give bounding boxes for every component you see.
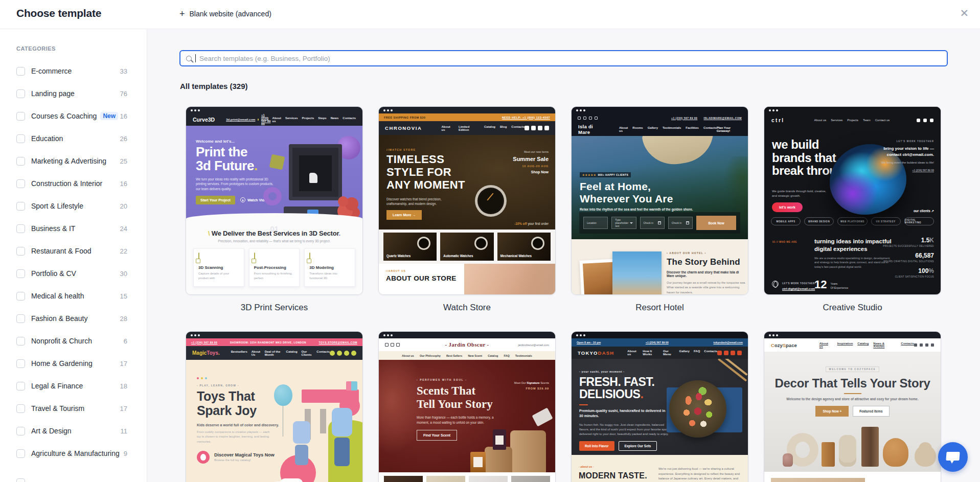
template-card-sushi[interactable]: Open 8 am - 10 pm +1 (234) 567 89 00 tok… bbox=[571, 331, 748, 482]
checkbox[interactable] bbox=[16, 224, 25, 233]
search-input[interactable] bbox=[199, 55, 941, 62]
browser-dots bbox=[186, 332, 362, 338]
close-icon[interactable]: ✕ bbox=[960, 7, 969, 19]
preview-hero: WELCOME TO COZYSPACE Decor That Tells Yo… bbox=[764, 352, 941, 472]
perfume-bottle bbox=[470, 452, 486, 472]
wolf-figurine bbox=[309, 173, 317, 183]
twitter-icon bbox=[344, 351, 349, 356]
template-card-magic-toys[interactable]: +1 (234) 567 89 00 SHOWROOM: 3254 RANDMO… bbox=[186, 331, 363, 482]
balloon-shape bbox=[274, 384, 292, 406]
umbrella-shape bbox=[641, 136, 718, 170]
category-legal-finance[interactable]: Legal & Finance18 bbox=[16, 375, 147, 397]
checkbox[interactable] bbox=[16, 179, 25, 188]
topbar: Open 8 am - 10 pm +1 (234) 567 89 00 tok… bbox=[572, 338, 748, 347]
category-count: 22 bbox=[120, 247, 127, 255]
category-tiles: Quartz Watches Automatic Watches Mechani… bbox=[379, 229, 555, 264]
template-card-3d-print[interactable]: Curve3D 3d.print@email.com+1 (234) 567 8… bbox=[186, 106, 363, 331]
category-courses-coaching[interactable]: Courses & CoachingNew16 bbox=[16, 105, 147, 127]
preview-phone: +1 (234) 567 89 00 bbox=[875, 169, 934, 172]
youtube-icon bbox=[538, 126, 542, 130]
checkbox[interactable] bbox=[16, 112, 25, 121]
checkbox[interactable] bbox=[16, 292, 25, 301]
category-business-it[interactable]: Business & IT24 bbox=[16, 217, 147, 240]
category-ecommerce[interactable]: E-commerce33 bbox=[16, 60, 147, 82]
experience-stat: 12 YearsOf Experience bbox=[814, 280, 848, 290]
template-preview: CozySpace About usInspirationCatalogNews… bbox=[764, 331, 941, 482]
category-agriculture[interactable]: Agriculture & Manufacturing9 bbox=[16, 442, 147, 465]
results-heading: All templates (329) bbox=[180, 82, 248, 90]
category-construction[interactable]: Construction & Interior16 bbox=[16, 172, 147, 195]
checkbox[interactable] bbox=[16, 134, 25, 143]
category-nonprofit-church[interactable]: Nonprofit & Church6 bbox=[16, 330, 147, 352]
template-card-decor[interactable]: CozySpace About usInspirationCatalogNews… bbox=[764, 331, 941, 482]
checkbox[interactable] bbox=[16, 67, 25, 76]
stats-column: 1.5K PROJECTS SUCCESSFULLY DELIVERED 66,… bbox=[883, 237, 934, 283]
template-card-resort-hotel[interactable]: +1 (234) 567 89 00ISLADIMARE@EMAIL.COM I… bbox=[571, 106, 748, 331]
instagram-icon bbox=[589, 117, 592, 120]
checkbox[interactable] bbox=[16, 359, 25, 368]
scan-icon bbox=[198, 253, 199, 262]
category-education[interactable]: Education26 bbox=[16, 127, 147, 150]
category-medical-health[interactable]: Medical & health15 bbox=[16, 285, 147, 307]
checkbox[interactable] bbox=[16, 449, 25, 458]
template-card-perfume[interactable]: - Jardin Obscur - jardinobscur@email.com… bbox=[378, 331, 556, 482]
category-label: Restaurant & Food bbox=[31, 247, 92, 255]
template-card-creative-studio[interactable]: ctrl About usServicesProjectsTeamContact… bbox=[764, 106, 941, 331]
category-label: Business & IT bbox=[31, 224, 75, 233]
category-travel-tourism[interactable]: Travel & Tourism17 bbox=[16, 397, 147, 420]
category-marketing[interactable]: Marketing & Advertising25 bbox=[16, 150, 147, 172]
template-title: Resort Hotel bbox=[571, 295, 748, 331]
category-label: Construction & Interior bbox=[31, 179, 102, 188]
checkbox[interactable] bbox=[16, 404, 25, 413]
hero-cta: Start Your Project bbox=[196, 196, 235, 204]
blank-website-button[interactable]: + Blank website (advanced) bbox=[179, 9, 271, 18]
photo-strip bbox=[379, 472, 555, 482]
preview-nav: MagicToys. BestsellersAbout UsDeal of th… bbox=[186, 346, 362, 360]
category-portfolio-cv[interactable]: Portfolio & CV30 bbox=[16, 262, 147, 285]
checkbox[interactable] bbox=[16, 202, 25, 211]
about-kicker: ABOUT US bbox=[871, 478, 889, 482]
preview-nav: Curve3D 3d.print@email.com+1 (234) 567 8… bbox=[186, 113, 362, 126]
category-home-gardening[interactable]: Home & Gardening17 bbox=[16, 352, 147, 375]
category-landing-page[interactable]: Landing page76 bbox=[16, 82, 147, 105]
preview-hero: //WATCH STORE TIMELESSSTYLE FORANY MOMEN… bbox=[379, 135, 555, 229]
checkbox[interactable] bbox=[16, 269, 25, 278]
section-subtitle: Precision, innovation, and reliability —… bbox=[186, 239, 362, 243]
checkbox[interactable] bbox=[16, 382, 25, 391]
boy-photo bbox=[330, 407, 354, 482]
dialog-header: Choose template + Blank website (advance… bbox=[0, 0, 980, 29]
process-icon bbox=[254, 253, 255, 262]
photo bbox=[469, 476, 508, 482]
coral-shape bbox=[338, 196, 348, 206]
checkbox[interactable] bbox=[16, 247, 25, 256]
checkbox-partial[interactable] bbox=[16, 478, 25, 482]
category-label: Courses & Coaching bbox=[31, 112, 97, 120]
category-fashion-beauty[interactable]: Fashion & Beauty28 bbox=[16, 307, 147, 330]
section-title: \ We Deliver the Best Services in 3D Sec… bbox=[186, 229, 362, 237]
accent-underline bbox=[844, 393, 861, 394]
tile: Mechanical Watches bbox=[497, 233, 551, 261]
chip: WEB PLATFORMS bbox=[837, 217, 867, 225]
checkbox[interactable] bbox=[16, 89, 25, 98]
about-kicker: //ABOUT US bbox=[386, 269, 464, 272]
opening-hours: Open 8 am - 10 pm bbox=[577, 341, 601, 344]
template-card-watch-store[interactable]: FREE SHIPPING FROM $20 NEED HELP: +1 (80… bbox=[378, 106, 556, 331]
checkbox[interactable] bbox=[16, 314, 25, 323]
chat-widget-button[interactable] bbox=[938, 442, 968, 472]
category-restaurant-food[interactable]: Restaurant & Food22 bbox=[16, 240, 147, 262]
category-count: 11 bbox=[121, 427, 128, 435]
preview-nav: CozySpace About usInspirationCatalogNews… bbox=[764, 338, 941, 352]
story-kicker: • ABOUT OUR HOTEL • bbox=[667, 251, 747, 255]
sushi-platter-photo bbox=[669, 380, 726, 438]
category-count: 17 bbox=[120, 360, 127, 368]
hero-cta: Shop Now + bbox=[815, 406, 849, 417]
checkbox[interactable] bbox=[16, 427, 25, 435]
preview-logo: CHRONOVIA bbox=[385, 125, 422, 131]
template-preview: Open 8 am - 10 pm +1 (234) 567 89 00 tok… bbox=[571, 331, 748, 482]
category-art-design[interactable]: Art & Design11 bbox=[16, 420, 147, 442]
category-count: 33 bbox=[120, 67, 127, 75]
checkbox[interactable] bbox=[16, 337, 25, 346]
story-photos bbox=[579, 251, 659, 294]
checkbox[interactable] bbox=[16, 157, 25, 166]
category-sport-lifestyle[interactable]: Sport & Lifestyle20 bbox=[16, 195, 147, 217]
